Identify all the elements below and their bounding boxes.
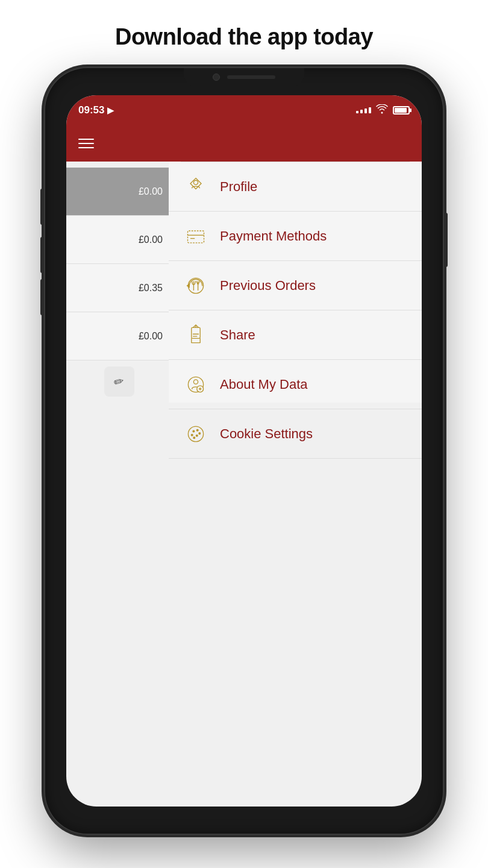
- menu-item-payment-methods[interactable]: Payment Methods: [169, 212, 422, 261]
- battery-fill: [395, 108, 407, 113]
- main-content: £0.00 £0.00 £0.35 £0.00 ✏: [66, 162, 422, 403]
- previous-orders-label: Previous Orders: [220, 278, 316, 294]
- hamburger-line-1: [78, 139, 94, 140]
- menu-item-previous-orders[interactable]: Previous Orders: [169, 261, 422, 310]
- share-label: Share: [220, 327, 255, 343]
- svg-point-16: [188, 426, 203, 441]
- signal-dot-3: [364, 108, 367, 113]
- phone-top-bar: [184, 68, 304, 86]
- page-headline: Download the app today: [115, 24, 373, 50]
- sidebar-price-4: £0.00: [66, 312, 172, 360]
- price-value-3: £0.35: [139, 283, 163, 294]
- cookie-settings-icon: [184, 422, 208, 446]
- edit-button[interactable]: ✏: [104, 366, 134, 397]
- time-display: 09:53: [78, 104, 104, 116]
- phone-mockup: 09:53 ▶: [45, 68, 443, 834]
- hamburger-line-2: [78, 143, 94, 144]
- sidebar-price-2: £0.00: [66, 216, 172, 264]
- menu-item-share[interactable]: Share: [169, 310, 422, 360]
- svg-point-12: [193, 379, 198, 383]
- status-icons: [356, 104, 410, 117]
- svg-marker-7: [187, 284, 190, 287]
- signal-dot-1: [356, 111, 358, 113]
- svg-point-0: [193, 180, 198, 184]
- price-value-1: £0.00: [139, 186, 163, 197]
- sidebar-price-1: £0.00: [66, 168, 172, 216]
- svg-point-20: [196, 435, 198, 436]
- payment-methods-label: Payment Methods: [220, 228, 327, 244]
- side-menu: Profile Payment Methods: [169, 162, 422, 403]
- about-my-data-label: About My Data: [220, 377, 308, 392]
- signal-icon: [356, 107, 371, 113]
- wifi-icon: [376, 104, 388, 117]
- payment-methods-icon: [184, 224, 208, 248]
- svg-point-18: [196, 429, 198, 431]
- phone-screen: 09:53 ▶: [66, 95, 422, 807]
- edit-pencil-icon: ✏: [112, 373, 126, 390]
- svg-point-4: [188, 278, 203, 293]
- profile-icon: [184, 175, 208, 199]
- share-icon: [184, 323, 208, 347]
- speaker-bar: [227, 75, 275, 79]
- camera-dot: [213, 74, 220, 81]
- svg-point-21: [193, 436, 195, 438]
- hamburger-menu-icon[interactable]: [78, 139, 94, 148]
- status-time: 09:53 ▶: [78, 104, 114, 116]
- sidebar-price-3: £0.35: [66, 264, 172, 312]
- location-arrow-icon: ▶: [107, 105, 114, 115]
- battery-icon: [393, 106, 410, 115]
- svg-point-19: [191, 434, 193, 436]
- price-value-4: £0.00: [139, 331, 163, 342]
- signal-dot-4: [369, 107, 371, 113]
- cookie-settings-label: Cookie Settings: [220, 426, 313, 442]
- svg-point-22: [199, 432, 201, 434]
- svg-rect-8: [192, 327, 200, 338]
- menu-item-about-my-data[interactable]: About My Data: [169, 360, 422, 409]
- previous-orders-icon: [184, 274, 208, 298]
- signal-dot-2: [360, 110, 363, 113]
- hamburger-line-3: [78, 147, 94, 148]
- menu-item-profile[interactable]: Profile: [169, 162, 422, 212]
- svg-rect-1: [188, 231, 204, 243]
- status-bar: 09:53 ▶: [66, 95, 422, 125]
- price-value-2: £0.00: [139, 234, 163, 245]
- left-sidebar: £0.00 £0.00 £0.35 £0.00 ✏: [66, 162, 172, 403]
- menu-item-cookie-settings[interactable]: Cookie Settings: [169, 409, 422, 459]
- svg-point-17: [193, 430, 195, 432]
- app-header: [66, 125, 422, 162]
- profile-label: Profile: [220, 179, 257, 195]
- about-my-data-icon: [184, 373, 208, 397]
